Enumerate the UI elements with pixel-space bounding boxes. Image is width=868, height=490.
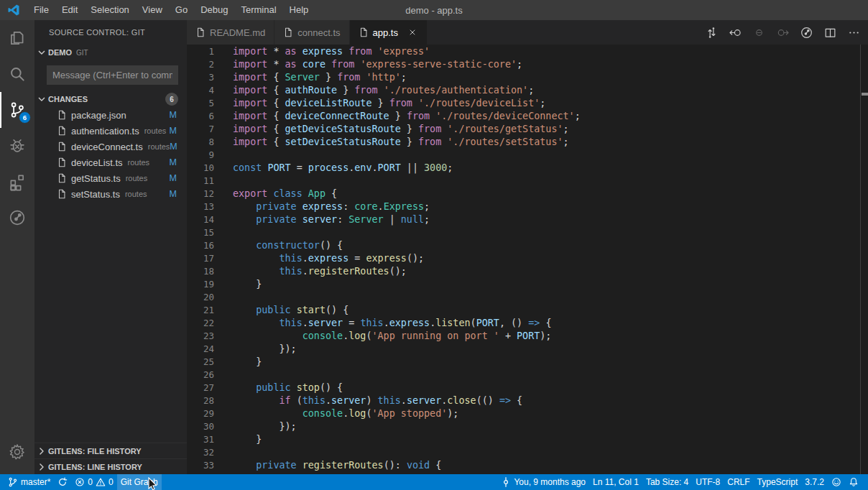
repo-section-header[interactable]: DEMO GIT	[34, 45, 187, 60]
file-icon	[283, 27, 297, 37]
statusbar-problems-indicator[interactable]: 00	[71, 474, 116, 490]
line-number: 18	[187, 265, 214, 278]
open-changes-with-previous-button[interactable]	[728, 25, 742, 40]
panel-gitlens-line-history[interactable]: GITLENS: LINE HISTORY	[34, 458, 187, 474]
git-graph-view-button[interactable]	[704, 25, 719, 40]
statusbar-language-mode[interactable]: TypeScript	[754, 474, 802, 490]
activitybar-source-control[interactable]: 6	[0, 92, 34, 128]
changes-file-list: package.jsonMauthentication.tsroutesMdev…	[34, 107, 187, 202]
panel-gitlens-file-history[interactable]: GITLENS: FILE HISTORY	[34, 443, 187, 458]
line-number: 29	[187, 407, 214, 420]
code-line-20[interactable]: 20	[187, 291, 868, 304]
maximize-button[interactable]	[802, 0, 835, 20]
statusbar-blame-annotation[interactable]: You, 9 months ago	[497, 474, 589, 490]
changed-file-deviceList.ts[interactable]: deviceList.tsroutesM	[34, 154, 187, 170]
code-line-13[interactable]: 13 private express: core.Express;	[187, 200, 868, 213]
statusbar-git-graph-button[interactable]: Git Graph	[117, 474, 162, 490]
statusbar-typescript-version[interactable]: 3.7.2	[801, 474, 828, 490]
code-line-12[interactable]: 12export class App {	[187, 188, 868, 200]
code-line-23[interactable]: 23 console.log('App running on port ' + …	[187, 330, 868, 343]
more-actions-button[interactable]	[846, 25, 861, 40]
changed-file-package.json[interactable]: package.jsonM	[34, 107, 187, 123]
line-number: 19	[187, 278, 214, 291]
code-line-5[interactable]: 5import { deviceListRoute } from './rout…	[187, 97, 868, 110]
menu-terminal[interactable]: Terminal	[234, 0, 282, 20]
menu-selection[interactable]: Selection	[84, 0, 135, 20]
code-line-21[interactable]: 21 public start() {	[187, 304, 868, 317]
statusbar-cursor-position[interactable]: Ln 11, Col 1	[589, 474, 642, 490]
changed-file-deviceConnect.ts[interactable]: deviceConnect.tsroutesM	[34, 139, 187, 154]
statusbar-feedback[interactable]	[828, 474, 845, 490]
activitybar-explorer[interactable]	[0, 20, 34, 56]
code-line-15[interactable]: 15	[187, 226, 868, 239]
line-content: }	[214, 356, 262, 369]
code-line-17[interactable]: 17 this.express = express();	[187, 252, 868, 265]
tab-app.ts[interactable]: app.ts	[350, 20, 428, 45]
menu-file[interactable]: File	[27, 0, 55, 20]
code-line-11[interactable]: 11	[187, 175, 868, 188]
code-line-6[interactable]: 6import { deviceConnectRoute } from './r…	[187, 110, 868, 123]
code-line-16[interactable]: 16 constructor() {	[187, 239, 868, 252]
code-line-29[interactable]: 29 console.log('App stopped');	[187, 407, 868, 420]
code-line-27[interactable]: 27 public stop() {	[187, 382, 868, 394]
statusbar-eol[interactable]: CRLF	[724, 474, 753, 490]
code-line-26[interactable]: 26	[187, 369, 868, 382]
next-change-button[interactable]	[775, 25, 790, 40]
code-line-3[interactable]: 3import { Server } from 'http';	[187, 71, 868, 84]
activitybar-extensions[interactable]	[0, 164, 34, 200]
close-button[interactable]	[835, 0, 868, 20]
tab-connect.ts[interactable]: connect.ts	[274, 20, 349, 45]
statusbar-sync-button[interactable]	[54, 474, 71, 490]
circle-dash-icon	[752, 26, 766, 40]
code-line-7[interactable]: 7import { getDeviceStatusRoute } from '.…	[187, 123, 868, 136]
changed-file-setStatus.ts[interactable]: setStatus.tsroutesM	[34, 186, 187, 202]
files-icon	[8, 29, 27, 47]
activitybar-debug[interactable]	[0, 128, 34, 164]
code-line-14[interactable]: 14 private server: Server | null;	[187, 213, 868, 226]
tab-README.md[interactable]: README.md	[187, 20, 274, 45]
split-editor-button[interactable]	[823, 25, 837, 40]
code-line-32[interactable]: 32	[187, 446, 868, 459]
line-content: import { deviceListRoute } from './route…	[214, 97, 545, 110]
line-content	[214, 226, 233, 239]
activitybar-manage[interactable]	[0, 434, 34, 470]
changed-file-getStatus.ts[interactable]: getStatus.tsroutesM	[34, 170, 187, 186]
code-line-10[interactable]: 10const PORT = process.env.PORT || 3000;	[187, 162, 868, 175]
line-number: 3	[187, 71, 214, 84]
code-line-1[interactable]: 1import * as express from 'express'	[187, 45, 868, 58]
menu-go[interactable]: Go	[169, 0, 194, 20]
commit-message-input[interactable]	[47, 65, 178, 85]
statusbar-indentation[interactable]: Tab Size: 4	[642, 474, 692, 490]
code-line-19[interactable]: 19 }	[187, 278, 868, 291]
menu-view[interactable]: View	[136, 0, 169, 20]
statusbar-encoding[interactable]: UTF-8	[692, 474, 724, 490]
editor-scrollbar[interactable]	[860, 45, 868, 474]
gitlens-file-history-button[interactable]	[799, 25, 813, 40]
code-line-18[interactable]: 18 this.registerRoutes();	[187, 265, 868, 278]
vscode-logo-icon	[7, 4, 20, 17]
code-line-22[interactable]: 22 this.server = this.express.listen(POR…	[187, 317, 868, 330]
code-line-4[interactable]: 4import { authRoute } from './routes/aut…	[187, 84, 868, 97]
code-line-2[interactable]: 2import * as core from 'express-serve-st…	[187, 58, 868, 71]
activitybar-gitlens[interactable]	[0, 200, 34, 236]
code-line-8[interactable]: 8import { setDeviceStatusRoute } from '.…	[187, 136, 868, 149]
changed-file-authentication.ts[interactable]: authentication.tsroutesM	[34, 123, 187, 139]
statusbar-branch-indicator[interactable]: master*	[4, 474, 54, 490]
code-line-25[interactable]: 25 }	[187, 356, 868, 369]
activitybar-search[interactable]	[0, 56, 34, 92]
menu-help[interactable]: Help	[283, 0, 315, 20]
menu-edit[interactable]: Edit	[55, 0, 84, 20]
code-line-24[interactable]: 24 });	[187, 343, 868, 356]
code-line-30[interactable]: 30 });	[187, 420, 868, 433]
tab-close-button[interactable]	[407, 27, 418, 38]
code-line-33[interactable]: 33 private registerRoutes(): void {	[187, 459, 868, 472]
previous-change-button[interactable]	[752, 25, 766, 40]
code-line-31[interactable]: 31 }	[187, 433, 868, 446]
menu-debug[interactable]: Debug	[194, 0, 234, 20]
code-line-28[interactable]: 28 if (this.server) this.server.close(()…	[187, 394, 868, 407]
changes-section-header[interactable]: CHANGES 6	[34, 91, 187, 107]
minimize-button[interactable]	[769, 0, 802, 20]
statusbar-notifications[interactable]	[845, 474, 862, 490]
code-line-9[interactable]: 9	[187, 149, 868, 162]
code-editor[interactable]: 1import * as express from 'express'2impo…	[187, 45, 868, 474]
